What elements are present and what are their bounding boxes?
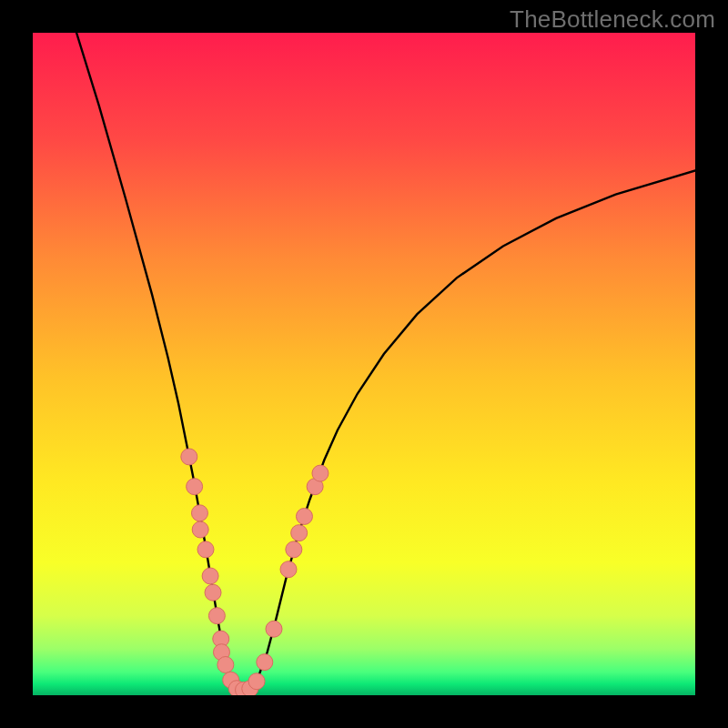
data-point [187, 479, 203, 495]
data-point [266, 621, 282, 637]
data-point [217, 657, 234, 673]
gradient-background [33, 33, 695, 695]
data-point [192, 521, 208, 538]
data-point [197, 541, 214, 558]
data-point [291, 525, 308, 541]
watermark-text: TheBottleneck.com [510, 5, 715, 34]
data-point [286, 541, 302, 558]
plot-area [33, 33, 695, 695]
data-point [257, 654, 273, 671]
data-point [312, 465, 329, 481]
data-point [191, 505, 207, 521]
data-point [280, 561, 297, 578]
data-point [205, 584, 221, 601]
data-point [181, 449, 197, 465]
data-point [296, 508, 312, 524]
plot-svg [33, 33, 695, 695]
chart-frame: TheBottleneck.com [0, 0, 728, 728]
data-point [208, 608, 225, 624]
data-point [248, 673, 265, 690]
data-point [202, 568, 218, 584]
